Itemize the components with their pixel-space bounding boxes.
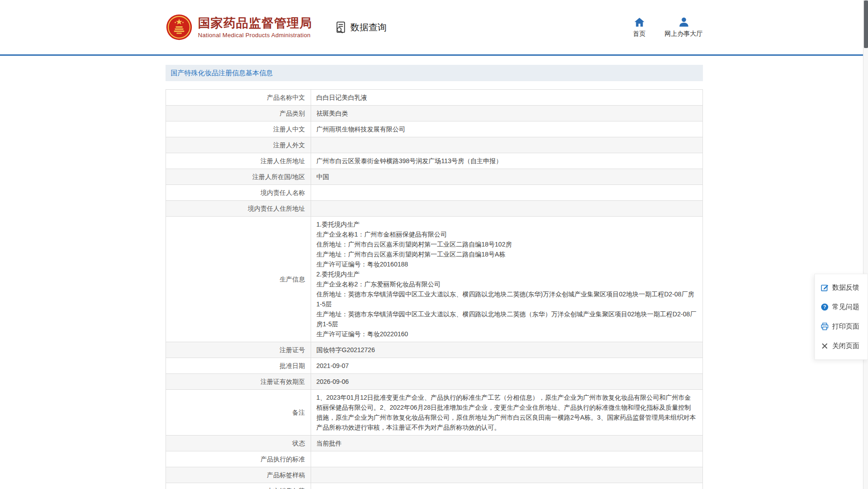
agency-name-cn: 国家药品监督管理局 <box>198 16 312 30</box>
print-page-button[interactable]: 打印页面 <box>820 317 867 336</box>
table-row: 注册人外文 <box>166 137 702 153</box>
row-label: 上市销售包装 <box>166 483 311 489</box>
row-value: 白白日记美白乳液 <box>311 90 702 106</box>
info-table-body: 产品名称中文 白白日记美白乳液 产品类别 祛斑美白类 注册人中文 广州雨琪生物科… <box>166 90 702 489</box>
row-label: 境内责任人住所地址 <box>166 201 311 217</box>
print-page-label: 打印页面 <box>832 322 859 331</box>
agency-brand: 国家药品监督管理局 National Medical Products Admi… <box>166 14 312 41</box>
row-value: 广州雨琪生物科技发展有限公司 <box>311 121 702 137</box>
row-value: 国妆特字G20212726 <box>311 342 702 358</box>
row-label: 产品执行的标准 <box>166 451 311 467</box>
row-value: 中国 <box>311 169 702 185</box>
row-label: 产品标签样稿 <box>166 467 311 483</box>
table-row: 境内责任人住所地址 <box>166 201 702 217</box>
data-query-label: 数据查询 <box>351 21 387 34</box>
row-label: 注册证有效期至 <box>166 374 311 390</box>
row-label: 备注 <box>166 390 311 436</box>
row-value: 当前批件 <box>311 436 702 451</box>
row-label: 批准日期 <box>166 358 311 374</box>
table-row: 注册证号 国妆特字G20212726 <box>166 342 702 358</box>
home-icon <box>634 16 645 28</box>
row-value: 2021-09-07 <box>311 358 702 374</box>
close-page-button[interactable]: 关闭页面 <box>820 336 867 356</box>
table-row: 注册人住所地址 广州市白云区景泰街金钟横路398号润发广场113号房（自主申报） <box>166 153 702 169</box>
edit-icon <box>820 283 829 292</box>
row-value <box>311 185 702 201</box>
row-value: 1.委托境内生产 生产企业名称1：广州市金栢丽保健品有限公司 住所地址：广州市白… <box>311 217 702 342</box>
row-label: 境内责任人名称 <box>166 185 311 201</box>
faq-label: 常见问题 <box>832 303 859 311</box>
question-icon: ? <box>820 303 829 311</box>
table-row: 生产信息 1.委托境内生产 生产企业名称1：广州市金栢丽保健品有限公司 住所地址… <box>166 217 702 342</box>
agency-name-en: National Medical Products Administration <box>198 32 312 39</box>
row-value: 祛斑美白类 <box>311 106 702 121</box>
row-label: 产品类别 <box>166 106 311 121</box>
page-title: 国产特殊化妆品注册信息基本信息 <box>166 65 703 81</box>
nav-home[interactable]: 首页 <box>633 16 646 38</box>
close-icon <box>820 342 829 350</box>
agency-name-block: 国家药品监督管理局 National Medical Products Admi… <box>198 16 312 39</box>
nav-service-hall[interactable]: 网上办事大厅 <box>665 16 703 38</box>
svg-text:?: ? <box>823 304 826 310</box>
registration-info-table: 产品名称中文 白白日记美白乳液 产品类别 祛斑美白类 注册人中文 广州雨琪生物科… <box>166 89 703 489</box>
row-label: 注册人外文 <box>166 137 311 153</box>
row-value <box>311 451 702 467</box>
scrollbar-thumb[interactable] <box>864 0 868 48</box>
row-label: 注册人中文 <box>166 121 311 137</box>
row-label: 注册人住所地址 <box>166 153 311 169</box>
floating-tool-panel: 数据反馈 ? 常见问题 打印页面 关闭页面 <box>814 274 868 360</box>
main-content: 国产特殊化妆品注册信息基本信息 产品名称中文 白白日记美白乳液 产品类别 祛斑美… <box>166 65 703 489</box>
national-emblem-icon <box>166 14 193 41</box>
header-divider <box>0 54 868 56</box>
row-value: 1、2023年01月12日批准变更生产企业、产品执行的标准生产工艺（分相信息），… <box>311 390 702 436</box>
row-value <box>311 467 702 483</box>
row-label: 注册证号 <box>166 342 311 358</box>
row-value <box>311 137 702 153</box>
table-row: 注册人所在国/地区 中国 <box>166 169 702 185</box>
nav-service-hall-label: 网上办事大厅 <box>665 30 703 38</box>
row-label: 产品名称中文 <box>166 90 311 106</box>
site-header: 国家药品监督管理局 National Medical Products Admi… <box>0 0 868 54</box>
table-row: 产品执行的标准 <box>166 451 702 467</box>
row-label: 状态 <box>166 436 311 451</box>
data-query-icon <box>334 21 347 34</box>
table-row: 上市销售包装 <box>166 483 702 489</box>
table-row: 状态 当前批件 <box>166 436 702 451</box>
scrollbar-track[interactable] <box>863 0 868 489</box>
person-icon <box>678 16 690 28</box>
data-feedback-label: 数据反馈 <box>832 283 859 292</box>
table-row: 产品类别 祛斑美白类 <box>166 106 702 121</box>
row-value: 广州市白云区景泰街金钟横路398号润发广场113号房（自主申报） <box>311 153 702 169</box>
data-feedback-button[interactable]: 数据反馈 <box>820 278 867 297</box>
table-row: 产品标签样稿 <box>166 467 702 483</box>
printer-icon <box>820 322 829 331</box>
table-row: 注册人中文 广州雨琪生物科技发展有限公司 <box>166 121 702 137</box>
header-nav: 首页 网上办事大厅 <box>633 16 703 38</box>
row-value: 2026-09-06 <box>311 374 702 390</box>
data-query-section-title: 数据查询 <box>334 21 387 34</box>
row-value <box>311 483 702 489</box>
row-value <box>311 201 702 217</box>
nav-home-label: 首页 <box>633 30 646 38</box>
close-page-label: 关闭页面 <box>832 342 859 350</box>
row-label: 注册人所在国/地区 <box>166 169 311 185</box>
header-inner: 国家药品监督管理局 National Medical Products Admi… <box>166 0 703 54</box>
table-row: 境内责任人名称 <box>166 185 702 201</box>
table-row: 注册证有效期至 2026-09-06 <box>166 374 702 390</box>
table-row: 批准日期 2021-09-07 <box>166 358 702 374</box>
faq-button[interactable]: ? 常见问题 <box>820 297 867 317</box>
row-label: 生产信息 <box>166 217 311 342</box>
table-row: 备注 1、2023年01月12日批准变更生产企业、产品执行的标准生产工艺（分相信… <box>166 390 702 436</box>
table-row: 产品名称中文 白白日记美白乳液 <box>166 90 702 106</box>
